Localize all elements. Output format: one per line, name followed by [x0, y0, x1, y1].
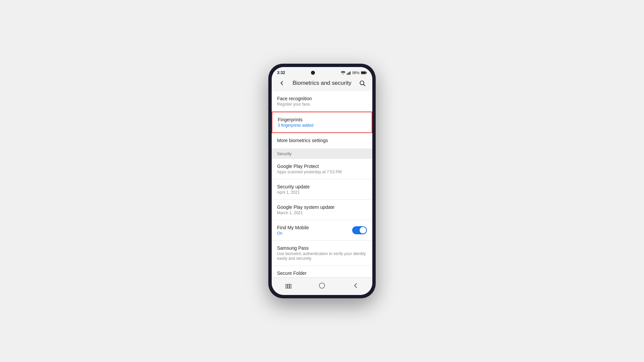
setting-fingerprints-title: Fingerprints — [278, 117, 366, 122]
setting-google-play-system-update-title: Google Play system update — [277, 204, 367, 210]
setting-google-play-protect-sub: Apps scanned yesterday at 7:53 PM — [277, 170, 367, 174]
search-button[interactable] — [358, 78, 367, 88]
setting-google-play-protect[interactable]: Google Play Protect Apps scanned yesterd… — [272, 159, 372, 179]
svg-rect-2 — [349, 72, 350, 75]
bottom-navigation — [272, 277, 372, 295]
setting-google-play-system-update-sub: March 1, 2021 — [277, 210, 367, 215]
setting-security-update[interactable]: Security update April 1, 2021 — [272, 179, 372, 200]
battery-icon — [361, 71, 367, 74]
setting-security-update-title: Security update — [277, 184, 367, 189]
home-button[interactable] — [315, 281, 329, 290]
setting-find-my-mobile[interactable]: Find My Mobile On — [272, 220, 372, 241]
setting-secure-folder-title: Secure Folder — [277, 270, 367, 276]
setting-find-my-mobile-title: Find My Mobile — [277, 225, 309, 230]
home-icon — [319, 282, 325, 289]
recent-apps-button[interactable] — [282, 281, 295, 290]
setting-security-update-sub: April 1, 2021 — [277, 190, 367, 195]
recent-apps-icon — [285, 283, 291, 289]
setting-fingerprints-sub: 3 fingerprints added — [278, 123, 366, 128]
svg-rect-11 — [290, 284, 291, 288]
setting-samsung-pass[interactable]: Samsung Pass Use biometric authenticatio… — [272, 241, 372, 266]
svg-rect-1 — [348, 73, 348, 75]
page-title: Biometrics and security — [292, 80, 352, 86]
setting-find-my-mobile-sub: On — [277, 231, 309, 236]
battery-percent: 98% — [352, 71, 360, 75]
setting-fingerprints[interactable]: Fingerprints 3 fingerprints added — [272, 112, 372, 133]
svg-rect-10 — [288, 284, 289, 288]
back-nav-button[interactable] — [349, 281, 362, 290]
back-nav-icon — [353, 283, 359, 289]
setting-more-biometrics[interactable]: More biometrics settings — [272, 133, 372, 149]
setting-face-recognition-sub: Register your face. — [277, 102, 367, 107]
back-button[interactable] — [277, 78, 286, 88]
section-security-label: Security — [277, 152, 291, 156]
phone-screen: 3:32 98% — [272, 67, 372, 295]
setting-samsung-pass-title: Samsung Pass — [277, 245, 367, 251]
svg-rect-0 — [347, 73, 347, 75]
svg-rect-3 — [350, 71, 351, 75]
setting-face-recognition[interactable]: Face recognition Register your face. — [272, 91, 372, 112]
wifi-icon — [341, 71, 345, 74]
svg-rect-6 — [361, 72, 366, 74]
section-security-header: Security — [272, 149, 372, 159]
navigation-bar: Biometrics and security — [272, 76, 372, 91]
setting-secure-folder-sub: Keep your personal files and apps safe a… — [277, 277, 367, 277]
svg-rect-5 — [366, 72, 367, 73]
setting-more-biometrics-title: More biometrics settings — [277, 138, 367, 143]
setting-face-recognition-title: Face recognition — [277, 96, 367, 101]
status-bar: 3:32 98% — [272, 67, 372, 76]
signal-icon — [347, 71, 351, 75]
settings-content: Face recognition Register your face. Fin… — [272, 91, 372, 277]
svg-point-12 — [319, 283, 325, 288]
toggle-knob — [360, 227, 366, 234]
find-my-mobile-toggle[interactable] — [352, 226, 367, 234]
status-time: 3:32 — [277, 70, 285, 75]
setting-google-play-system-update[interactable]: Google Play system update March 1, 2021 — [272, 200, 372, 220]
front-camera-dot — [311, 71, 315, 75]
phone-frame: 3:32 98% — [268, 64, 376, 298]
svg-rect-9 — [286, 284, 287, 288]
setting-secure-folder[interactable]: Secure Folder Keep your personal files a… — [272, 266, 372, 277]
setting-google-play-protect-title: Google Play Protect — [277, 164, 367, 169]
setting-samsung-pass-sub: Use biometric authentication to verify y… — [277, 251, 367, 261]
svg-line-8 — [364, 84, 365, 86]
status-icons: 98% — [341, 71, 367, 75]
